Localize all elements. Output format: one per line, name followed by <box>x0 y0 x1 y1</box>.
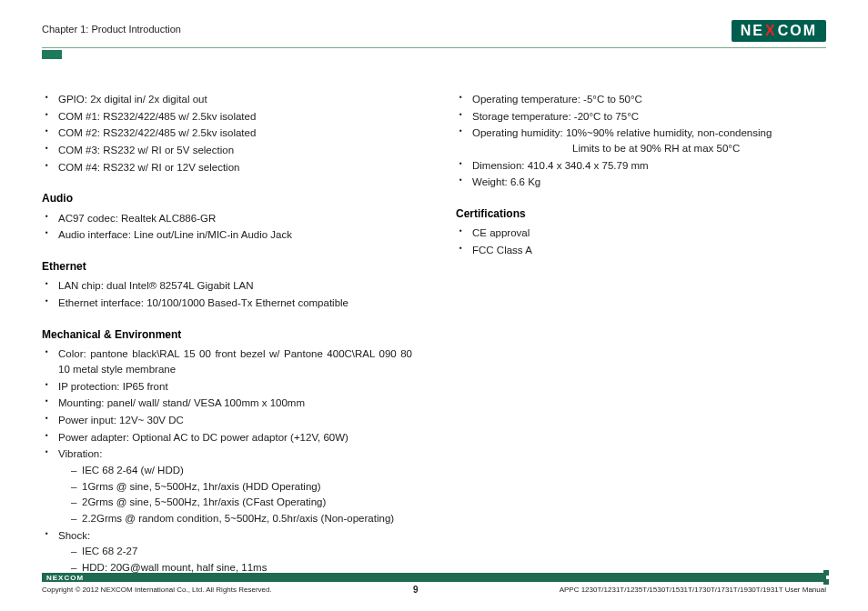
ethernet-list: LAN chip: dual Intel® 82574L Gigabit LAN… <box>42 278 412 310</box>
footer-bar: NEXCOM <box>42 573 826 582</box>
spec-item-shock: Shock: IEC 68 2-27 HDD: 20G@wall mount, … <box>45 528 412 576</box>
page-header: Chapter 1: Product Introduction NEXCOM <box>42 20 826 42</box>
spec-item-vibration: Vibration: IEC 68 2-64 (w/ HDD) 1Grms @ … <box>45 446 412 526</box>
spec-subitem: IEC 68 2-27 <box>71 544 412 559</box>
section-title-mechanical: Mechanical & Environment <box>42 327 412 343</box>
page-footer: NEXCOM Copyright © 2012 NEXCOM Internati… <box>42 573 826 595</box>
spec-item: Audio interface: Line out/Line in/MIC-in… <box>45 227 412 243</box>
header-divider <box>42 47 826 48</box>
spec-subitem: 2.2Grms @ random condition, 5~500Hz, 0.5… <box>71 511 412 526</box>
humidity-note: Limits to be at 90% RH at max 50°C <box>472 141 826 156</box>
section-title-ethernet: Ethernet <box>42 259 412 275</box>
vibration-sublist: IEC 68 2-64 (w/ HDD) 1Grms @ sine, 5~500… <box>58 463 412 526</box>
shock-sublist: IEC 68 2-27 HDD: 20G@wall mount, half si… <box>58 544 412 575</box>
accent-block <box>42 50 62 59</box>
spec-item: IP protection: IP65 front <box>45 379 412 395</box>
spec-item: CE approval <box>459 225 826 241</box>
manual-reference: APPC 1230T/1231T/1235T/1530T/1531T/1730T… <box>560 586 826 594</box>
spec-item: Ethernet interface: 10/100/1000 Based-Tx… <box>45 295 412 311</box>
vibration-label: Vibration: <box>58 448 102 459</box>
right-column: Operating temperature: -5°C to 50°C Stor… <box>456 92 826 577</box>
section-title-certifications: Certifications <box>456 206 826 222</box>
spec-item: Storage temperature: -20°C to 75°C <box>459 109 826 125</box>
shock-label: Shock: <box>58 530 90 541</box>
spec-item: AC97 codec: Realtek ALC886-GR <box>45 211 412 226</box>
copyright-text: Copyright © 2012 NEXCOM International Co… <box>42 586 272 594</box>
spec-item: Power input: 12V~ 30V DC <box>45 413 412 428</box>
spec-subitem: 2Grms @ sine, 5~500Hz, 1hr/axis (CFast O… <box>71 495 412 510</box>
brand-logo: NEXCOM <box>732 20 826 42</box>
spec-item: GPIO: 2x digital in/ 2x digital out <box>45 92 412 107</box>
mechanical-list: Color: pantone black\RAL 15 00 front bez… <box>42 346 412 575</box>
spec-item: LAN chip: dual Intel® 82574L Gigabit LAN <box>45 278 412 294</box>
certifications-list: CE approval FCC Class A <box>456 225 826 257</box>
spec-item: FCC Class A <box>459 243 826 258</box>
spec-item: COM #4: RS232 w/ RI or 12V selection <box>45 160 412 175</box>
spec-item: COM #1: RS232/422/485 w/ 2.5kv isolated <box>45 109 412 125</box>
env-list: Operating temperature: -5°C to 50°C Stor… <box>456 92 826 190</box>
page: Chapter 1: Product Introduction NEXCOM G… <box>0 0 868 611</box>
left-column: GPIO: 2x digital in/ 2x digital out COM … <box>42 92 412 577</box>
spec-item: Color: pantone black\RAL 15 00 front bez… <box>45 346 412 376</box>
logo-part-left: NE <box>741 23 764 39</box>
chapter-title: Chapter 1: Product Introduction <box>42 20 181 35</box>
footer-row: Copyright © 2012 NEXCOM International Co… <box>42 585 826 595</box>
logo-part-x: X <box>765 23 777 39</box>
spec-item: Power adapter: Optional AC to DC power a… <box>45 430 412 446</box>
spec-item: Dimension: 410.4 x 340.4 x 75.79 mm <box>459 158 826 174</box>
spec-item: Operating humidity: 10%~90% relative hum… <box>459 125 826 155</box>
spec-subitem: 1Grms @ sine, 5~500Hz, 1hr/axis (HDD Ope… <box>71 479 412 495</box>
footer-logo: NEXCOM <box>45 574 84 582</box>
logo-part-right: COM <box>778 23 817 39</box>
spec-item: COM #2: RS232/422/485 w/ 2.5kv isolated <box>45 125 412 141</box>
spec-item: Operating temperature: -5°C to 50°C <box>459 92 826 107</box>
humidity-line: Operating humidity: 10%~90% relative hum… <box>472 127 772 138</box>
content-columns: GPIO: 2x digital in/ 2x digital out COM … <box>42 92 826 577</box>
page-number: 9 <box>413 585 419 595</box>
spec-item: Mounting: panel/ wall/ stand/ VESA 100mm… <box>45 396 412 411</box>
spec-subitem: IEC 68 2-64 (w/ HDD) <box>71 463 412 478</box>
gpio-com-list: GPIO: 2x digital in/ 2x digital out COM … <box>42 92 412 175</box>
section-title-audio: Audio <box>42 191 412 206</box>
spec-item: Weight: 6.6 Kg <box>459 175 826 190</box>
spec-item: COM #3: RS232 w/ RI or 5V selection <box>45 143 412 158</box>
audio-list: AC97 codec: Realtek ALC886-GR Audio inte… <box>42 211 412 243</box>
